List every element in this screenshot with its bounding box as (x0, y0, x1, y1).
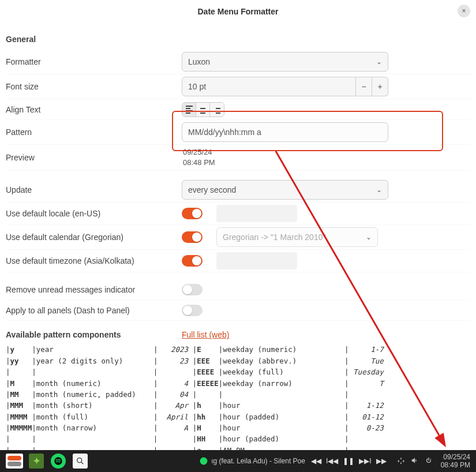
fontsize-value: 10 pt (182, 77, 356, 96)
now-playing-text: ıg (feat. Leila Adu) - Silent Poe‎ (211, 457, 305, 465)
locale-toggle[interactable] (182, 208, 203, 219)
taskbar-app-toggles[interactable] (3, 452, 25, 470)
apply-all-label: Apply to all panels (Dash to Panel) (6, 306, 182, 315)
rewind-button[interactable]: ◀◀ (311, 457, 321, 465)
page-title: Date Menu Formatter (197, 7, 278, 16)
remove-unread-toggle[interactable] (182, 284, 203, 295)
calendar-toggle[interactable] (182, 231, 203, 243)
update-label: Update (6, 185, 182, 194)
align-right-button[interactable] (210, 103, 224, 117)
svg-point-4 (200, 458, 208, 465)
pattern-label: Pattern (6, 128, 182, 137)
formatter-value: Luxon (188, 57, 210, 66)
svg-line-3 (81, 462, 83, 464)
align-left-button[interactable] (182, 103, 196, 117)
media-controls: ◀◀ I◀◀ ❚❚ ▶▶I ▶▶ (311, 457, 387, 465)
toggle-app-icon (6, 454, 23, 469)
pattern-reference-table: |y |year | 2023 |E |weekday (numeric) | … (6, 344, 470, 450)
timezone-disabled-field (216, 252, 297, 269)
fontsize-label: Font size (6, 82, 182, 91)
formatter-select[interactable]: Luxon ⌄ (182, 52, 388, 72)
svg-point-2 (77, 458, 82, 463)
align-center-button[interactable] (196, 103, 210, 117)
available-components-label: Available pattern components (6, 330, 182, 339)
formatter-label: Formatter (6, 57, 182, 66)
locale-label: Use default locale (en-US) (6, 209, 182, 218)
clock-time: 08:49 PM (441, 461, 470, 469)
taskbar-clock[interactable]: 09/25/24 08:49 PM (441, 453, 473, 470)
align-right-icon (213, 106, 220, 114)
prev-button[interactable]: I◀◀ (326, 457, 338, 465)
align-label: Align Text (6, 105, 182, 114)
forward-button[interactable]: ▶▶ (376, 457, 387, 465)
calendar-disabled-select: Gregorian -> "1 March 2010" ⌄ (216, 227, 378, 247)
calendar-label: Use default calendar (Gregorian) (6, 233, 182, 242)
preview-value: 09/25/2408:48 PM (182, 147, 388, 168)
spotify-small-icon (200, 457, 208, 465)
timezone-label: Use default timezone (Asia/Kolkata) (6, 256, 182, 265)
spotify-icon (51, 454, 66, 469)
update-value: every second (188, 185, 236, 194)
close-icon: × (462, 7, 466, 15)
section-general: General (6, 35, 470, 44)
power-icon[interactable] (425, 456, 433, 466)
chevron-down-icon: ⌄ (376, 58, 382, 66)
puzzle-icon: ✦ (29, 454, 44, 469)
fontsize-increment[interactable]: + (372, 77, 388, 96)
chevron-down-icon: ⌄ (376, 186, 382, 194)
locale-disabled-field (216, 205, 297, 222)
update-select[interactable]: every second ⌄ (182, 180, 388, 200)
taskbar: ✦ ıg (feat. Leila Adu) - Silent Poe‎ ◀◀ … (0, 450, 476, 472)
preview-label: Preview (6, 153, 182, 162)
align-group (182, 102, 224, 117)
pause-button[interactable]: ❚❚ (343, 457, 354, 465)
align-left-icon (186, 106, 193, 114)
remove-unread-label: Remove unread messages indicator (6, 285, 182, 294)
align-center-icon (200, 106, 207, 114)
next-button[interactable]: ▶▶I (359, 457, 371, 465)
volume-icon[interactable] (411, 456, 419, 466)
magnifier-icon (73, 454, 88, 469)
pattern-input[interactable] (182, 122, 388, 142)
timezone-toggle[interactable] (182, 255, 203, 267)
full-list-link[interactable]: Full list (web) (182, 330, 229, 339)
network-icon[interactable] (397, 456, 405, 466)
apply-all-toggle[interactable] (182, 305, 203, 316)
taskbar-app-magnifier[interactable] (69, 452, 91, 470)
taskbar-app-extensions[interactable]: ✦ (25, 452, 47, 470)
fontsize-stepper[interactable]: 10 pt − + (182, 77, 388, 96)
close-button[interactable]: × (458, 5, 470, 17)
taskbar-app-spotify[interactable] (47, 452, 69, 470)
chevron-down-icon: ⌄ (366, 233, 372, 241)
clock-date: 09/25/24 (441, 453, 470, 461)
fontsize-decrement[interactable]: − (356, 77, 372, 96)
